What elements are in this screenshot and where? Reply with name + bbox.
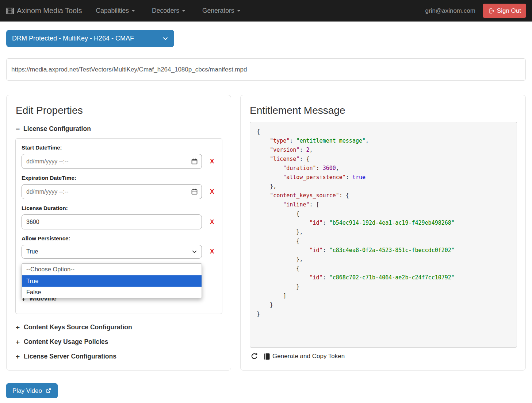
code-line: } xyxy=(257,310,510,319)
code-line: { xyxy=(257,209,510,218)
code-line: "license": { xyxy=(257,155,510,164)
code-line: "content_keys_source": { xyxy=(257,191,510,200)
page: Axinom Media Tools Capabilities Decoders… xyxy=(0,0,532,403)
manifest-url: https://media.axprod.net/TestVectors/Mul… xyxy=(11,66,247,73)
nav-item-label: Generators xyxy=(202,7,234,15)
nav-item-decoders[interactable]: Decoders xyxy=(152,7,185,15)
code-line: }, xyxy=(257,228,510,237)
calendar-icon[interactable] xyxy=(191,158,198,166)
code-line: { xyxy=(257,237,510,246)
code-line: "duration": 3600, xyxy=(257,164,510,173)
refresh-icon xyxy=(250,352,258,360)
license-configuration-label: License Configuration xyxy=(23,125,91,133)
brand[interactable]: Axinom Media Tools xyxy=(6,7,82,15)
expand-plus-icon: + xyxy=(16,338,20,345)
section-license-server-configurations[interactable]: + License Server Configurations xyxy=(16,353,231,360)
code-line: "allow_persistence": true xyxy=(257,173,510,182)
external-link-icon xyxy=(45,388,51,394)
sign-out-icon xyxy=(488,8,494,14)
allow-persistence-value: True xyxy=(26,248,38,255)
collapse-minus-icon: − xyxy=(16,125,20,132)
token-actions: Generate and Copy Token xyxy=(250,352,345,360)
license-configuration-group: Start DateTime: X Expiration DateT xyxy=(15,138,222,314)
navbar: Axinom Media Tools Capabilities Decoders… xyxy=(0,0,532,22)
code-line: "id": "b54ec914-192d-4ea1-ac19-f429eb498… xyxy=(257,218,510,228)
generate-copy-token-button[interactable]: Generate and Copy Token xyxy=(264,353,345,360)
code-line: "id": "c83c4ea8-0f2a-4523-851c-fbeccdc0f… xyxy=(257,246,510,255)
code-line: "type": "entitlement_message", xyxy=(257,136,510,146)
code-line: { xyxy=(257,264,510,273)
refresh-button[interactable] xyxy=(250,352,258,360)
license-duration-label: License Duration: xyxy=(22,205,216,211)
clear-start-datetime-button[interactable]: X xyxy=(210,158,214,165)
chevron-down-icon xyxy=(192,249,197,255)
code-line: "id": "c868c702-c71b-4064-ae2b-c24f7cc10… xyxy=(257,273,510,282)
license-duration-input[interactable] xyxy=(22,214,202,229)
clear-allow-persistence-button[interactable]: X xyxy=(210,248,214,255)
section-label: Content Key Usage Policies xyxy=(24,338,108,346)
sign-out-button[interactable]: Sign Out xyxy=(483,4,526,18)
nav-item-label: Decoders xyxy=(152,7,179,15)
dropdown-option-choose[interactable]: --Choose Option-- xyxy=(22,264,202,275)
caret-down-icon xyxy=(237,10,241,12)
brand-label: Axinom Media Tools xyxy=(17,7,82,15)
code-line: "version": 2, xyxy=(257,146,510,155)
expand-plus-icon: + xyxy=(16,324,20,331)
play-video-label: Play Video xyxy=(12,387,42,395)
expiration-datetime-input[interactable] xyxy=(22,184,202,199)
code-line: "inline": [ xyxy=(257,200,510,209)
entitlement-code: { "type": "entitlement_message", "versio… xyxy=(250,122,517,348)
nav-item-label: Capabilities xyxy=(96,7,129,15)
entitlement-message-panel: Entitlement Message { "type": "entitleme… xyxy=(240,95,526,371)
clear-expiration-datetime-button[interactable]: X xyxy=(210,188,214,195)
license-configuration-toggle[interactable]: − License Configuration xyxy=(16,125,231,133)
caret-down-icon xyxy=(131,10,135,12)
allow-persistence-select[interactable]: True xyxy=(22,245,202,259)
chevron-down-icon xyxy=(162,36,168,42)
nav-item-capabilities[interactable]: Capabilities xyxy=(96,7,135,15)
dropdown-option-false[interactable]: False xyxy=(22,287,202,298)
play-video-button[interactable]: Play Video xyxy=(6,383,58,398)
calendar-icon[interactable] xyxy=(191,189,198,196)
clear-license-duration-button[interactable]: X xyxy=(210,218,214,226)
expand-plus-icon: + xyxy=(16,353,20,360)
code-line: ] xyxy=(257,291,510,301)
section-content-key-usage-policies[interactable]: + Content Key Usage Policies xyxy=(16,338,231,346)
nav-menu: Capabilities Decoders Generators xyxy=(96,7,241,15)
code-line: { xyxy=(257,127,510,136)
copy-icon xyxy=(264,353,270,360)
section-label: License Server Configurations xyxy=(24,353,116,360)
start-datetime-label: Start DateTime: xyxy=(22,144,216,151)
dropdown-option-true[interactable]: True xyxy=(22,275,202,287)
user-email: grin@axinom.com xyxy=(425,7,475,15)
manifest-url-box: https://media.axprod.net/TestVectors/Mul… xyxy=(6,58,526,81)
section-content-keys-source-configuration[interactable]: + Content Keys Source Configuration xyxy=(16,323,231,331)
nav-item-generators[interactable]: Generators xyxy=(202,7,241,15)
sign-out-label: Sign Out xyxy=(497,7,521,15)
code-line: }, xyxy=(257,182,510,191)
edit-properties-title: Edit Properties xyxy=(16,105,231,116)
caret-down-icon xyxy=(182,10,185,12)
test-vector-select[interactable]: DRM Protected - MultiKey - H264 - CMAF xyxy=(6,30,174,47)
generate-copy-token-label: Generate and Copy Token xyxy=(272,353,345,360)
section-label: Content Keys Source Configuration xyxy=(24,323,132,331)
film-icon xyxy=(6,8,14,14)
allow-persistence-label: Allow Persistence: xyxy=(22,235,216,241)
allow-persistence-dropdown: --Choose Option-- True False xyxy=(22,263,202,298)
code-line: }, xyxy=(257,255,510,264)
entitlement-message-title: Entitlement Message xyxy=(250,105,525,116)
edit-properties-panel: Edit Properties − License Configuration … xyxy=(6,95,231,371)
code-line: } xyxy=(257,282,510,291)
test-vector-value: DRM Protected - MultiKey - H264 - CMAF xyxy=(12,35,134,42)
start-datetime-input[interactable] xyxy=(22,154,202,169)
expiration-datetime-label: Expiration DateTime: xyxy=(22,175,216,181)
code-line: } xyxy=(257,301,510,310)
